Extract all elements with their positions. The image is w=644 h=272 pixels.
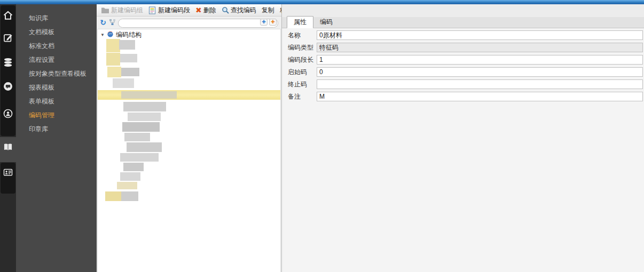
- sidebar-item-seal-library[interactable]: 印章库: [16, 122, 97, 136]
- redacted-block: [121, 91, 177, 99]
- attributes-form: 名称 编码类型 编码段长 启始码 终止码 备注: [282, 28, 644, 101]
- delete-x-icon: ✖: [195, 6, 202, 14]
- redacted-block: [121, 191, 138, 201]
- form-row-end-code: 终止码: [282, 79, 644, 89]
- form-row-remark: 备注: [282, 92, 644, 101]
- redacted-block: [120, 54, 137, 62]
- form-row-name: 名称: [282, 30, 644, 40]
- code-tree-panel: 新建编码组 新建编码段 ✖ 删除 查找编码 复制 粘贴 ↻ ✚ ✚: [97, 4, 281, 272]
- find-code-button[interactable]: 查找编码: [219, 5, 259, 15]
- sidebar-item-code-management[interactable]: 编码管理: [16, 108, 97, 122]
- segment-length-field[interactable]: [317, 55, 643, 65]
- code-type-field[interactable]: [317, 43, 643, 52]
- form-row-code-type: 编码类型: [282, 43, 644, 52]
- name-label: 名称: [288, 31, 317, 40]
- tree-toolbar: 新建编码组 新建编码段 ✖ 删除 查找编码 复制 粘贴: [97, 4, 281, 17]
- form-row-segment-length: 编码段长: [282, 55, 644, 65]
- sidebar-item-form-templates[interactable]: 表单模板: [16, 94, 97, 108]
- redacted-block: [121, 68, 139, 76]
- redacted-block: [123, 163, 144, 171]
- remark-field[interactable]: [317, 92, 643, 101]
- home-icon[interactable]: [2, 10, 14, 21]
- find-code-label: 查找编码: [231, 6, 256, 15]
- id-card-icon[interactable]: [2, 166, 14, 178]
- search-icon: [222, 6, 229, 14]
- redacted-block: [128, 113, 161, 121]
- folder-icon: [101, 7, 109, 14]
- redacted-block: [124, 133, 150, 141]
- redacted-block: [117, 182, 137, 189]
- icon-rail: [0, 4, 16, 272]
- tab-codes[interactable]: 编码: [313, 17, 339, 28]
- sidebar-item-knowledge-base[interactable]: 知识库: [16, 11, 97, 25]
- start-code-field[interactable]: [317, 67, 643, 77]
- sidebar-item-standard-documents[interactable]: 标准文档: [16, 39, 97, 53]
- window-title-bar: [0, 0, 644, 4]
- collapse-all-button[interactable]: ✚: [269, 19, 277, 26]
- redacted-block: [120, 172, 140, 181]
- redacted-block: [106, 39, 120, 52]
- name-field[interactable]: [317, 30, 643, 40]
- new-code-segment-label: 新建编码段: [158, 6, 190, 15]
- tree-search-input[interactable]: [118, 19, 278, 28]
- properties-panel: 属性 编码 名称 编码类型 编码段长 启始码 终止码 备注: [281, 4, 644, 272]
- redacted-block: [106, 53, 120, 66]
- edit-icon[interactable]: [2, 32, 14, 44]
- tree-redacted-layer: [98, 29, 280, 272]
- tab-attributes[interactable]: 属性: [287, 16, 313, 28]
- sidebar-menu: 知识库 文档模板 标准文档 流程设置 按对象类型查看模板 报表模板 表单模板 编…: [16, 4, 97, 272]
- hierarchy-icon[interactable]: [109, 19, 116, 26]
- expand-all-button[interactable]: ✚: [260, 19, 268, 26]
- redacted-block: [105, 191, 121, 201]
- redacted-block: [120, 153, 159, 162]
- book-icon[interactable]: [2, 141, 14, 153]
- sidebar-item-templates-by-object-type[interactable]: 按对象类型查看模板: [16, 67, 97, 81]
- sidebar-item-document-templates[interactable]: 文档模板: [16, 25, 97, 39]
- copy-button[interactable]: 复制: [259, 5, 277, 15]
- segment-length-label: 编码段长: [288, 55, 317, 65]
- sidebar-item-process-settings[interactable]: 流程设置: [16, 53, 97, 67]
- support-icon[interactable]: [2, 108, 14, 119]
- new-code-group-button[interactable]: 新建编码组: [98, 5, 146, 15]
- copy-label: 复制: [262, 6, 274, 15]
- chat-icon[interactable]: [2, 81, 14, 92]
- new-code-group-label: 新建编码组: [111, 6, 143, 15]
- end-code-label: 终止码: [288, 80, 317, 89]
- properties-panel-header: [282, 4, 644, 17]
- tree-search-wrapper: ✚ ✚: [118, 18, 278, 27]
- code-tree: ▼ 编码结构: [97, 29, 281, 272]
- properties-tab-bar: 属性 编码: [282, 17, 644, 28]
- redacted-block: [122, 122, 160, 132]
- database-icon[interactable]: [2, 57, 14, 68]
- document-icon: [148, 6, 156, 14]
- refresh-icon[interactable]: ↻: [99, 18, 107, 27]
- redacted-block: [119, 40, 135, 50]
- end-code-field[interactable]: [317, 79, 643, 89]
- redacted-block: [123, 102, 166, 111]
- form-row-start-code: 启始码: [282, 67, 644, 77]
- tree-filter-bar: ↻ ✚ ✚: [97, 17, 281, 28]
- sidebar-item-report-templates[interactable]: 报表模板: [16, 81, 97, 94]
- delete-label: 删除: [203, 6, 216, 15]
- remark-label: 备注: [288, 92, 317, 101]
- redacted-block: [113, 78, 134, 88]
- start-code-label: 启始码: [288, 68, 317, 77]
- new-code-segment-button[interactable]: 新建编码段: [146, 5, 193, 15]
- redacted-block: [107, 67, 121, 77]
- code-type-label: 编码类型: [288, 43, 317, 52]
- delete-button[interactable]: ✖ 删除: [193, 5, 219, 15]
- redacted-block: [127, 142, 162, 152]
